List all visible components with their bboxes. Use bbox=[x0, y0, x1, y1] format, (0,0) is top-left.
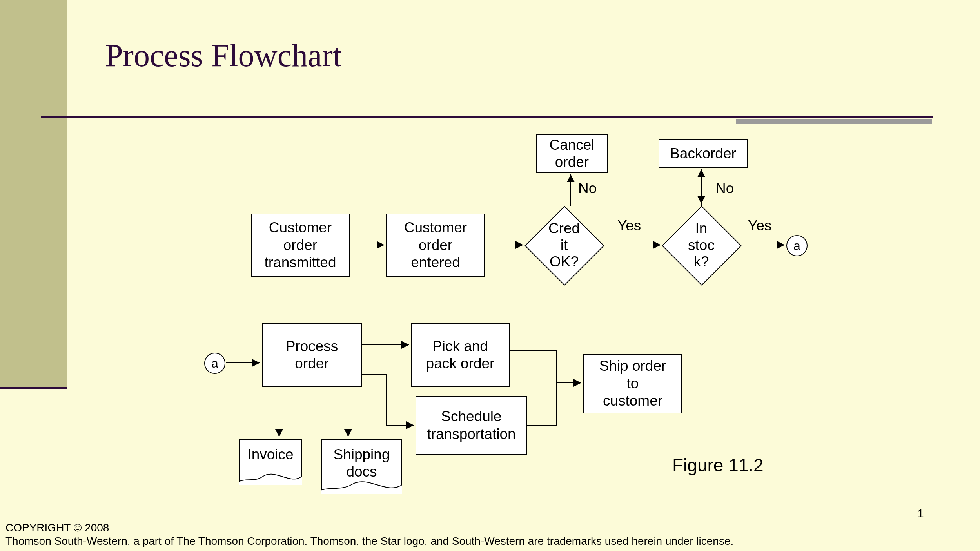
flow-arrows bbox=[0, 0, 980, 551]
slide: Process Flowchart Customer order transmi… bbox=[0, 0, 980, 551]
